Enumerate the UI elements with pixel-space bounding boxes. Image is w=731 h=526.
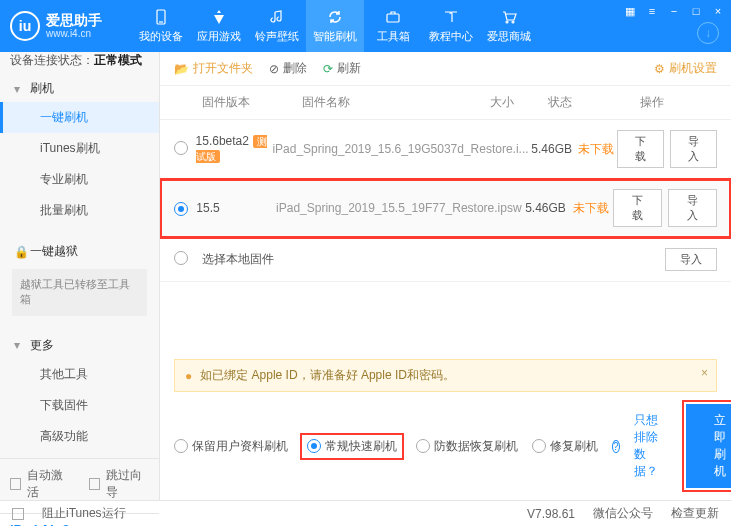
wechat-link[interactable]: 微信公众号 bbox=[593, 505, 653, 522]
sidebar-item-itunes-flash[interactable]: iTunes刷机 bbox=[0, 133, 159, 164]
window-controls: ▦ ≡ − □ × bbox=[623, 4, 725, 18]
nav-apps[interactable]: 应用游戏 bbox=[190, 0, 248, 52]
close-notice-icon[interactable]: × bbox=[701, 366, 708, 380]
music-icon bbox=[268, 8, 286, 26]
download-button[interactable]: 下载 bbox=[613, 189, 662, 227]
app-logo: iu 爱思助手 www.i4.cn bbox=[10, 11, 102, 41]
opt-recover-flash[interactable]: 防数据恢复刷机 bbox=[416, 438, 518, 455]
download-button[interactable]: 下载 bbox=[617, 130, 664, 168]
table-row-local[interactable]: 选择本地固件 导入 bbox=[160, 238, 731, 282]
folder-icon: 📂 bbox=[174, 62, 189, 76]
sidebar-section-flash[interactable]: ▾刷机 bbox=[0, 75, 159, 102]
firmware-table: 固件版本 固件名称 大小 状态 操作 15.6beta2测试版 iPad_Spr… bbox=[160, 86, 731, 359]
block-itunes-label: 阻止iTunes运行 bbox=[42, 505, 126, 522]
radio-icon bbox=[307, 439, 321, 453]
nav-my-device[interactable]: 我的设备 bbox=[132, 0, 190, 52]
connection-status: 设备连接状态： 正常模式 bbox=[0, 52, 159, 69]
exclude-data-link[interactable]: 只想排除数据？ bbox=[634, 412, 658, 480]
flash-options: 保留用户资料刷机 常规快速刷机 防数据恢复刷机 修复刷机 ? 只想排除数据？ 立… bbox=[160, 392, 731, 500]
nav-toolbox[interactable]: 工具箱 bbox=[364, 0, 422, 52]
logo-icon: iu bbox=[10, 11, 40, 41]
minimize-icon[interactable]: − bbox=[667, 4, 681, 18]
check-update-link[interactable]: 检查更新 bbox=[671, 505, 719, 522]
sidebar-item-advanced[interactable]: 高级功能 bbox=[0, 421, 159, 452]
table-row[interactable]: 15.5 iPad_Spring_2019_15.5_19F77_Restore… bbox=[160, 179, 731, 238]
svg-point-3 bbox=[506, 21, 508, 23]
delete-button[interactable]: ⊘删除 bbox=[269, 60, 307, 77]
sidebar-item-pro-flash[interactable]: 专业刷机 bbox=[0, 164, 159, 195]
book-icon bbox=[442, 8, 460, 26]
radio-icon bbox=[532, 439, 546, 453]
warning-icon: ● bbox=[185, 369, 192, 383]
appleid-notice: ● 如已绑定 Apple ID，请准备好 Apple ID和密码。 × bbox=[174, 359, 717, 392]
opt-fast-flash[interactable]: 常规快速刷机 bbox=[302, 435, 402, 458]
cart-icon bbox=[500, 8, 518, 26]
sidebar-section-more[interactable]: ▾更多 bbox=[0, 332, 159, 359]
gear-icon: ⚙ bbox=[654, 62, 665, 76]
jailbreak-note: 越狱工具已转移至工具箱 bbox=[12, 269, 147, 316]
nav-tutorials[interactable]: 教程中心 bbox=[422, 0, 480, 52]
apps-icon bbox=[210, 8, 228, 26]
table-row[interactable]: 15.6beta2测试版 iPad_Spring_2019_15.6_19G50… bbox=[160, 120, 731, 179]
sidebar-item-other-tools[interactable]: 其他工具 bbox=[0, 359, 159, 390]
open-folder-button[interactable]: 📂打开文件夹 bbox=[174, 60, 253, 77]
app-url: www.i4.cn bbox=[46, 28, 102, 39]
row-radio[interactable] bbox=[174, 251, 188, 265]
radio-icon bbox=[174, 439, 188, 453]
maximize-icon[interactable]: □ bbox=[689, 4, 703, 18]
refresh-icon bbox=[326, 8, 344, 26]
sidebar-item-oneclick-flash[interactable]: 一键刷机 bbox=[0, 102, 159, 133]
nav-store[interactable]: 爱思商城 bbox=[480, 0, 538, 52]
version-label: V7.98.61 bbox=[527, 507, 575, 521]
download-manager-icon[interactable]: ↓ bbox=[697, 22, 719, 44]
opt-repair-flash[interactable]: 修复刷机 bbox=[532, 438, 598, 455]
delete-icon: ⊘ bbox=[269, 62, 279, 76]
import-button[interactable]: 导入 bbox=[668, 189, 717, 227]
flash-now-button[interactable]: 立即刷机 bbox=[686, 404, 731, 488]
auto-activate-checkbox[interactable] bbox=[10, 478, 21, 490]
skip-guide-checkbox[interactable] bbox=[89, 478, 100, 490]
sidebar-section-jailbreak[interactable]: 🔒一键越狱 bbox=[0, 238, 159, 265]
svg-point-4 bbox=[512, 21, 514, 23]
table-header: 固件版本 固件名称 大小 状态 操作 bbox=[160, 86, 731, 120]
app-name: 爱思助手 bbox=[46, 13, 102, 28]
refresh-icon: ⟳ bbox=[323, 62, 333, 76]
row-radio[interactable] bbox=[174, 202, 188, 216]
main-panel: 📂打开文件夹 ⊘删除 ⟳刷新 ⚙刷机设置 固件版本 固件名称 大小 状态 操作 … bbox=[160, 52, 731, 500]
tray-icon[interactable]: ≡ bbox=[645, 4, 659, 18]
toolbox-icon bbox=[384, 8, 402, 26]
opt-keep-data[interactable]: 保留用户资料刷机 bbox=[174, 438, 288, 455]
flash-settings-button[interactable]: ⚙刷机设置 bbox=[654, 60, 717, 77]
sidebar-item-batch-flash[interactable]: 批量刷机 bbox=[0, 195, 159, 226]
title-bar: iu 爱思助手 www.i4.cn 我的设备 应用游戏 铃声壁纸 智能刷机 工具… bbox=[0, 0, 731, 52]
row-radio[interactable] bbox=[174, 141, 188, 155]
radio-icon bbox=[416, 439, 430, 453]
close-icon[interactable]: × bbox=[711, 4, 725, 18]
toolbar: 📂打开文件夹 ⊘删除 ⟳刷新 ⚙刷机设置 bbox=[160, 52, 731, 86]
main-nav: 我的设备 应用游戏 铃声壁纸 智能刷机 工具箱 教程中心 爱思商城 bbox=[132, 0, 538, 52]
status-bar: 阻止iTunes运行 V7.98.61 微信公众号 检查更新 bbox=[0, 500, 731, 526]
lock-icon: 🔒 bbox=[14, 245, 24, 259]
nav-ringtones[interactable]: 铃声壁纸 bbox=[248, 0, 306, 52]
import-button[interactable]: 导入 bbox=[665, 248, 717, 271]
nav-flash[interactable]: 智能刷机 bbox=[306, 0, 364, 52]
menu-icon[interactable]: ▦ bbox=[623, 4, 637, 18]
import-button[interactable]: 导入 bbox=[670, 130, 717, 168]
phone-icon bbox=[152, 8, 170, 26]
refresh-button[interactable]: ⟳刷新 bbox=[323, 60, 361, 77]
svg-rect-2 bbox=[387, 14, 399, 22]
chevron-down-icon: ▾ bbox=[14, 82, 24, 96]
sidebar: 设备连接状态： 正常模式 ▾刷机 一键刷机 iTunes刷机 专业刷机 批量刷机… bbox=[0, 52, 160, 500]
sidebar-item-download-firmware[interactable]: 下载固件 bbox=[0, 390, 159, 421]
block-itunes-checkbox[interactable] bbox=[12, 508, 24, 520]
chevron-down-icon: ▾ bbox=[14, 338, 24, 352]
help-icon[interactable]: ? bbox=[612, 440, 620, 453]
